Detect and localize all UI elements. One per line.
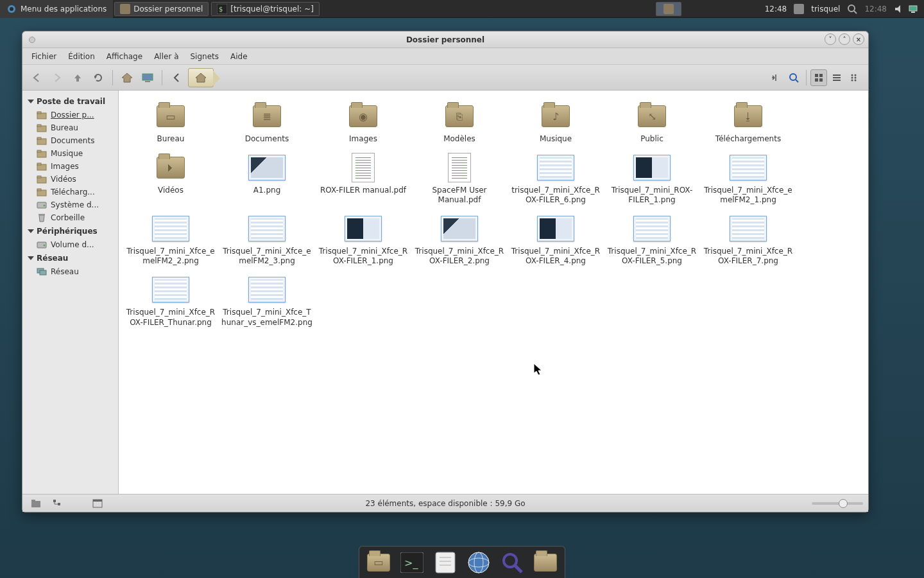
back-button[interactable]	[28, 69, 46, 87]
clock[interactable]: 12:48	[760, 4, 792, 13]
chevron-down-icon	[28, 100, 34, 103]
svg-rect-43	[37, 189, 41, 191]
sidebar-item[interactable]: Volume d...	[22, 238, 118, 251]
file-item[interactable]: Trisquel_7_mini_Xfce_ROX-FILER_Thunar.pn…	[123, 270, 219, 331]
statusbar-folder-button[interactable]	[28, 495, 44, 512]
file-grid[interactable]: ▭Bureau≣Documents◉Images⎘Modèles♪Musique…	[119, 91, 868, 494]
file-item[interactable]: Trisquel_7_mini_ROX-FILER_1.png	[604, 148, 700, 209]
dock-notes[interactable]	[432, 550, 458, 575]
menu-file[interactable]: Fichier	[26, 49, 62, 64]
volume-icon[interactable]	[894, 4, 904, 14]
file-item[interactable]: Trisquel_7_mini_Xfce_ROX-FILER_5.png	[604, 209, 700, 270]
svg-line-16	[796, 80, 798, 82]
file-item[interactable]: ◉Images	[315, 97, 411, 148]
file-item[interactable]: Trisquel_7_mini_Xfce_emelFM2_3.png	[219, 209, 315, 270]
file-item[interactable]: ♪Musique	[508, 97, 604, 148]
minimize-button[interactable]: ˅	[825, 33, 836, 45]
sidebar-item[interactable]: Vidéos	[22, 173, 118, 186]
file-item[interactable]: Trisquel_7_mini_Xfce_ROX-FILER_1.png	[315, 209, 411, 270]
svg-rect-4	[794, 4, 804, 14]
menu-help[interactable]: Aide	[225, 49, 253, 64]
toolbar	[22, 65, 868, 91]
file-item[interactable]: Trisquel_7_mini_Xfce_ROX-FILER_7.png	[700, 209, 796, 270]
file-item[interactable]: ⎘Modèles	[411, 97, 508, 148]
close-button[interactable]: ×	[853, 33, 864, 45]
sidebar-item-label: Volume d...	[51, 240, 94, 249]
sidebar-item[interactable]: Bureau	[22, 121, 118, 134]
menu-bookmarks[interactable]: Signets	[185, 49, 225, 64]
file-item[interactable]: trisquel_7_mini_Xfce_ROX-FILER_6.png	[508, 148, 604, 209]
svg-rect-18	[819, 74, 823, 77]
statusbar-tree-button[interactable]	[49, 495, 66, 512]
icon-view-button[interactable]	[810, 69, 827, 86]
list-view-button[interactable]	[828, 69, 845, 86]
sidebar-item[interactable]: Musique	[22, 147, 118, 160]
zoom-slider[interactable]	[812, 502, 863, 505]
taskbar-item-terminal[interactable]: $ [trisquel@trisquel: ~]	[211, 2, 320, 16]
file-item[interactable]: ROX-FILER manual.pdf	[315, 148, 411, 209]
titlebar[interactable]: Dossier personnel ˅ ˄ ×	[22, 31, 868, 48]
file-item[interactable]: ⏵Vidéos	[123, 148, 219, 209]
file-label: Musique	[510, 134, 601, 144]
menu-go[interactable]: Aller à	[149, 49, 184, 64]
svg-rect-8	[909, 6, 917, 11]
file-item[interactable]: ⤡Public	[604, 97, 700, 148]
breadcrumb-home[interactable]	[188, 68, 214, 87]
reload-button[interactable]	[89, 69, 107, 87]
file-label: Vidéos	[125, 186, 216, 196]
dock-filemanager[interactable]: ▭	[366, 550, 391, 575]
sidebar-item[interactable]: Corbeille	[22, 211, 118, 224]
maximize-button[interactable]: ˄	[839, 33, 850, 45]
file-item[interactable]: Trisquel_7_mini_Xfce_ROX-FILER_2.png	[411, 209, 508, 270]
sidebar-section-network[interactable]: Réseau	[22, 251, 118, 265]
sidebar-section-workstation[interactable]: Poste de travail	[22, 94, 118, 109]
file-item[interactable]: A1.png	[219, 148, 315, 209]
search-tray-icon[interactable]	[847, 4, 857, 14]
sidebar-item[interactable]: Réseau	[22, 265, 118, 278]
dock-browser[interactable]	[466, 550, 492, 575]
folder-icon	[37, 162, 47, 171]
svg-marker-11	[122, 73, 132, 82]
notification-icon[interactable]	[794, 4, 804, 14]
applications-menu-button[interactable]: Menu des applications	[0, 0, 113, 18]
folder-icon	[120, 4, 130, 14]
statusbar-terminal-button[interactable]	[89, 495, 106, 512]
file-item[interactable]: Trisquel_7_mini_Xfce_ROX-FILER_4.png	[508, 209, 604, 270]
dock-terminal[interactable]: >_	[399, 550, 425, 575]
window-switcher-thumb[interactable]	[656, 2, 681, 16]
sidebar-item[interactable]: Images	[22, 160, 118, 173]
file-label: Trisquel_7_mini_Xfce_emelFM2_1.png	[703, 186, 794, 206]
computer-button[interactable]	[139, 69, 157, 87]
image-thumbnail-icon	[152, 216, 189, 241]
sidebar-item[interactable]: Télécharg...	[22, 186, 118, 198]
file-item[interactable]: ⭳Téléchargements	[700, 97, 796, 148]
file-item[interactable]: ≣Documents	[219, 97, 315, 148]
taskbar-item-filemanager[interactable]: Dossier personnel	[114, 2, 209, 16]
menu-edit[interactable]: Édition	[63, 49, 100, 64]
network-tray-icon[interactable]	[908, 4, 918, 14]
file-item[interactable]: Trisquel_7_mini_Xfce_emelFM2_2.png	[123, 209, 219, 270]
svg-marker-57	[534, 363, 542, 375]
sidebar-section-devices[interactable]: Périphériques	[22, 224, 118, 238]
dock-search[interactable]	[499, 550, 525, 575]
sidebar-item[interactable]: Système d...	[22, 198, 118, 211]
folder-icon	[37, 136, 47, 145]
open-terminal-button[interactable]	[767, 69, 784, 86]
window-menu-icon[interactable]	[29, 37, 35, 43]
forward-button[interactable]	[48, 69, 66, 87]
up-button[interactable]	[69, 69, 87, 87]
file-item[interactable]: Trisquel_7_mini_Xfce_emelFM2_1.png	[700, 148, 796, 209]
menu-view[interactable]: Affichage	[101, 49, 148, 64]
dock-folder[interactable]	[533, 550, 558, 575]
svg-point-25	[851, 76, 853, 78]
search-button[interactable]	[785, 69, 802, 86]
file-item[interactable]: SpaceFM User Manual.pdf	[411, 148, 508, 209]
sidebar-item[interactable]: Dossier p...	[22, 109, 118, 121]
user-label[interactable]: trisquel	[806, 4, 845, 13]
file-item[interactable]: Trisquel_7_mini_Xfce_Thunar_vs_emelFM2.p…	[219, 270, 315, 331]
home-button[interactable]	[118, 69, 136, 87]
compact-view-button[interactable]	[846, 69, 863, 86]
file-item[interactable]: ▭Bureau	[123, 97, 219, 148]
sidebar-item[interactable]: Documents	[22, 134, 118, 147]
path-back-icon[interactable]	[167, 69, 185, 87]
